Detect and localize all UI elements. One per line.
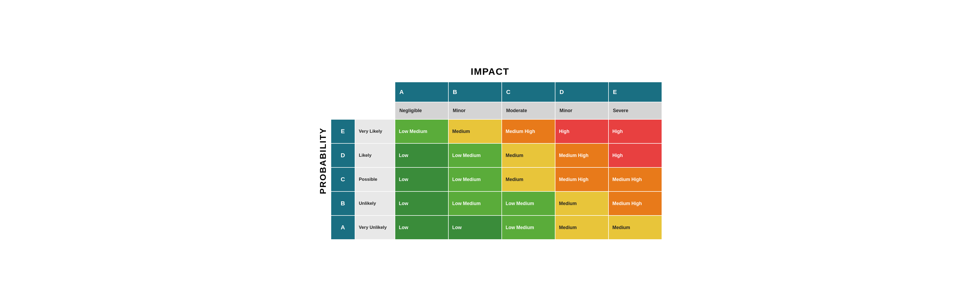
risk-cell-a-3: Medium [555,215,608,239]
risk-matrix-table: A B C D E Negligible Minor Moderate Mino… [331,82,662,240]
sublabel-empty-2 [355,102,395,120]
sublabel-empty-1 [331,102,355,120]
probability-label: PROBABILITY [318,128,328,194]
col-header-a: A [395,82,449,102]
risk-cell-d-2: Medium [502,143,555,167]
prob-row-b: BUnlikelyLowLow MediumLow MediumMediumMe… [331,191,662,215]
risk-cell-e-3: High [555,120,608,143]
prob-row-e: EVery LikelyLow MediumMediumMedium HighH… [331,120,662,143]
risk-cell-d-1: Low Medium [449,143,502,167]
prob-letter-d: D [331,143,355,167]
corner-empty-2 [355,82,395,102]
prob-row-a: AVery UnlikelyLowLowLow MediumMediumMedi… [331,215,662,239]
risk-cell-a-0: Low [395,215,449,239]
col-header-d: D [555,82,608,102]
col-header-b: B [449,82,502,102]
prob-letter-b: B [331,191,355,215]
prob-label-e: Very Likely [355,120,395,143]
risk-cell-d-3: Medium High [555,143,608,167]
risk-cell-e-0: Low Medium [395,120,449,143]
risk-cell-b-3: Medium [555,191,608,215]
impact-minor-2: Minor [555,102,608,120]
prob-letter-e: E [331,120,355,143]
risk-cell-a-2: Low Medium [502,215,555,239]
main-layout: PROBABILITY A [318,82,662,240]
risk-cell-d-0: Low [395,143,449,167]
impact-title: IMPACT [471,66,509,77]
risk-cell-c-1: Low Medium [449,167,502,191]
col-header-c: C [502,82,555,102]
risk-cell-b-1: Low Medium [449,191,502,215]
header-letters-row: A B C D E [331,82,662,102]
corner-empty-1 [331,82,355,102]
risk-cell-c-0: Low [395,167,449,191]
risk-cell-e-4: High [608,120,662,143]
prob-row-c: CPossibleLowLow MediumMediumMedium HighM… [331,167,662,191]
prob-row-d: DLikelyLowLow MediumMediumMedium HighHig… [331,143,662,167]
impact-severe: Severe [608,102,662,120]
prob-label-b: Unlikely [355,191,395,215]
prob-label-d: Likely [355,143,395,167]
risk-cell-b-0: Low [395,191,449,215]
impact-labels-row: Negligible Minor Moderate Minor Severe [331,102,662,120]
col-header-e: E [608,82,662,102]
risk-cell-e-2: Medium High [502,120,555,143]
risk-cell-c-4: Medium High [608,167,662,191]
impact-minor-1: Minor [449,102,502,120]
prob-letter-c: C [331,167,355,191]
risk-cell-a-4: Medium [608,215,662,239]
outer-wrapper: IMPACT PROBABILITY [318,66,662,240]
prob-label-c: Possible [355,167,395,191]
prob-label-a: Very Unlikely [355,215,395,239]
impact-moderate: Moderate [502,102,555,120]
risk-cell-c-2: Medium [502,167,555,191]
prob-letter-a: A [331,215,355,239]
table-wrapper: A B C D E Negligible Minor Moderate Mino… [331,82,662,240]
risk-cell-b-4: Medium High [608,191,662,215]
risk-cell-d-4: High [608,143,662,167]
risk-cell-e-1: Medium [449,120,502,143]
risk-cell-b-2: Low Medium [502,191,555,215]
risk-cell-a-1: Low [449,215,502,239]
risk-cell-c-3: Medium High [555,167,608,191]
impact-negligible: Negligible [395,102,449,120]
